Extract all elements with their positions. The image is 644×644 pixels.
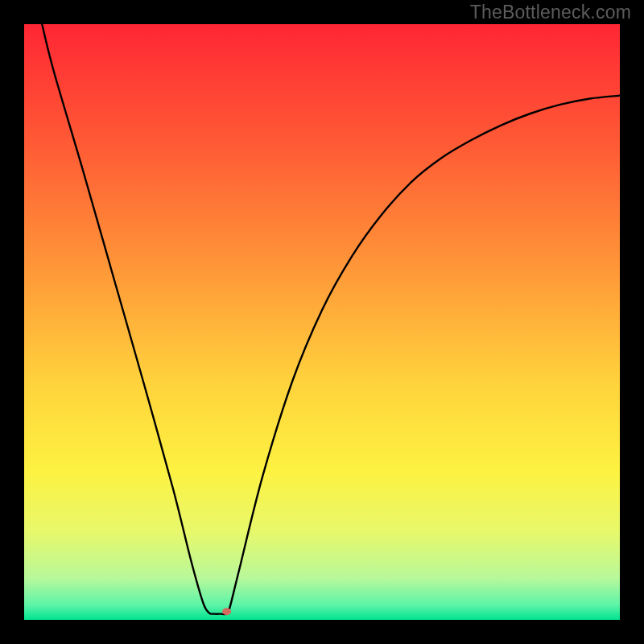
- chart-frame: TheBottleneck.com: [0, 0, 644, 644]
- watermark-text: TheBottleneck.com: [470, 2, 631, 23]
- optimum-marker: [222, 608, 231, 615]
- plot-area: [24, 24, 620, 620]
- chart-svg: [24, 24, 620, 620]
